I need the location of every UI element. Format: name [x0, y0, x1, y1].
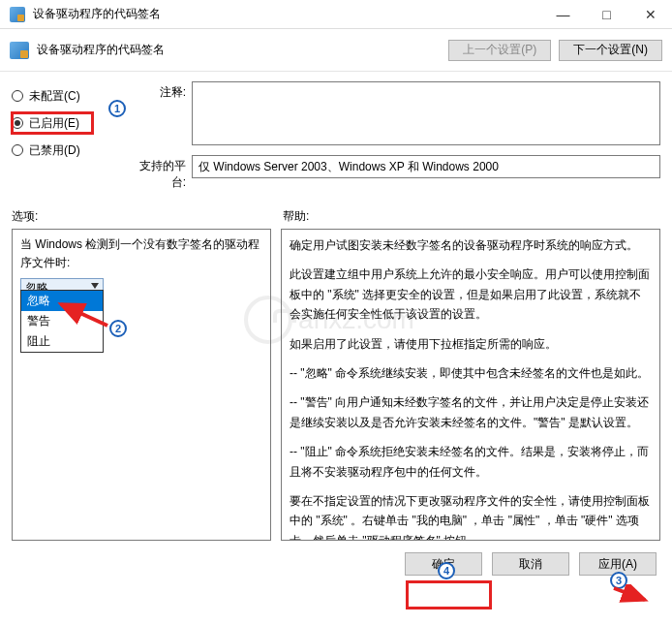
dropdown-option-block[interactable]: 阻止 [21, 331, 103, 352]
fields-col: 注释: 支持的平台: 仅 Windows Server 2003、Windows… [128, 81, 660, 201]
help-text: 要在不指定设置的情况下更改驱动程序文件的安全性，请使用控制面板中的 "系统" 。… [290, 491, 652, 541]
config-section: 未配置(C) 已启用(E) 已禁用(D) 注释: 支持的平台: 仅 Window… [0, 72, 672, 208]
radio-disabled[interactable]: 已禁用(D) [12, 140, 128, 161]
radio-group: 未配置(C) 已启用(E) 已禁用(D) [12, 81, 128, 201]
radio-label: 已禁用(D) [29, 142, 80, 159]
maximize-button[interactable]: □ [585, 0, 628, 28]
dialog-buttons: 确定 取消 应用(A) [0, 541, 672, 587]
help-text: 确定用户试图安装未经数字签名的设备驱动程序时系统的响应方式。 [290, 235, 652, 255]
options-prompt: 当 Windows 检测到一个没有数字签名的驱动程序文件时: [20, 235, 262, 272]
comment-textarea[interactable] [192, 81, 660, 145]
apply-button[interactable]: 应用(A) [579, 552, 657, 576]
radio-icon [12, 117, 23, 129]
radio-icon [12, 144, 23, 156]
help-text: 此设置建立组中用户系统上允许的最小安全响应。用户可以使用控制面板中的 "系统" … [290, 265, 652, 324]
section-labels: 选项: 帮助: [0, 208, 672, 229]
svg-line-1 [614, 588, 645, 600]
app-icon [10, 7, 25, 22]
minimize-button[interactable]: ― [541, 0, 585, 28]
window-buttons: ― □ ✕ [541, 0, 672, 28]
help-pane: 确定用户试图安装未经数字签名的设备驱动程序时系统的响应方式。 此设置建立组中用户… [281, 229, 660, 541]
radio-unconfigured[interactable]: 未配置(C) [12, 85, 128, 107]
comment-label: 注释: [128, 81, 192, 145]
policy-icon [10, 42, 29, 59]
next-setting-button[interactable]: 下一个设置(N) [559, 40, 662, 61]
dropdown-option-ignore[interactable]: 忽略 [21, 291, 103, 311]
annotation-arrow-3 [608, 584, 655, 609]
cancel-button[interactable]: 取消 [492, 552, 569, 576]
prev-setting-button[interactable]: 上一个设置(P) [448, 40, 551, 61]
titlebar: 设备驱动程序的代码签名 ― □ ✕ [0, 0, 672, 29]
help-text: -- "阻止" 命令系统拒绝安装未经签名的文件。结果是，安装将停止，而且将不安装… [290, 442, 652, 482]
options-pane: 当 Windows 检测到一个没有数字签名的驱动程序文件时: 忽略 忽略 警告 … [12, 229, 271, 541]
help-text: 如果启用了此设置，请使用下拉框指定所需的响应。 [290, 334, 652, 354]
platform-label: 支持的平台: [128, 155, 192, 191]
radio-enabled[interactable]: 已启用(E) [12, 112, 128, 134]
panes: 当 Windows 检测到一个没有数字签名的驱动程序文件时: 忽略 忽略 警告 … [0, 229, 672, 541]
response-dropdown: 忽略 警告 阻止 [20, 290, 104, 353]
radio-label: 未配置(C) [29, 88, 80, 105]
chevron-down-icon [91, 283, 99, 289]
options-label: 选项: [12, 208, 283, 225]
radio-icon [12, 90, 23, 102]
platform-value: 仅 Windows Server 2003、Windows XP 和 Windo… [192, 155, 660, 178]
help-text: -- "警告" 向用户通知未经数字签名的文件，并让用户决定是停止安装还是继续安装… [290, 392, 652, 432]
help-label: 帮助: [283, 208, 309, 225]
subheader: 设备驱动程序的代码签名 上一个设置(P) 下一个设置(N) [0, 29, 672, 72]
close-button[interactable]: ✕ [628, 0, 672, 28]
dropdown-option-warn[interactable]: 警告 [21, 311, 103, 331]
window-title: 设备驱动程序的代码签名 [33, 6, 541, 22]
ok-button[interactable]: 确定 [405, 552, 482, 576]
radio-label: 已启用(E) [29, 115, 79, 132]
subheader-title: 设备驱动程序的代码签名 [37, 42, 165, 58]
help-text: -- "忽略" 命令系统继续安装，即使其中包含未经签名的文件也是如此。 [290, 363, 652, 383]
